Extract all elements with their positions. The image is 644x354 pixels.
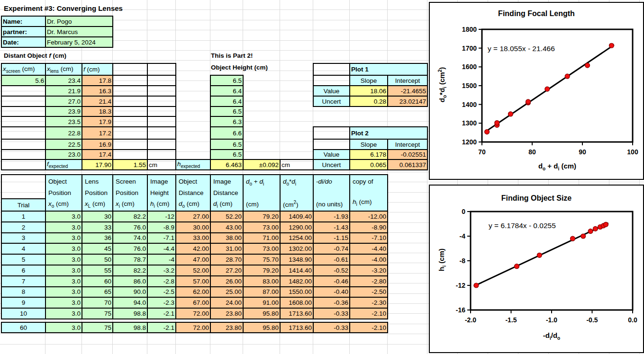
cell[interactable] (113, 75, 147, 86)
cell-hi-copy[interactable]: -2.50 (350, 287, 388, 298)
cell-x-lens[interactable]: 23.5 (45, 116, 82, 127)
cell-do[interactable]: 27.00 (176, 211, 210, 222)
cell-f[interactable]: 16.3 (82, 86, 113, 96)
cell-trial[interactable]: 8 (1, 287, 45, 298)
cell-hi[interactable]: -8.9 (147, 222, 176, 233)
cell-hi-copy[interactable]: -4.40 (350, 243, 388, 254)
cell[interactable] (113, 116, 147, 127)
cell-di-over-do[interactable]: -1.43 (313, 222, 350, 233)
cell-xi[interactable]: 78.7 (113, 254, 147, 265)
cell[interactable] (147, 63, 176, 75)
column-header[interactable]: f (cm) (82, 63, 113, 75)
cell-x-lens[interactable]: 23.0 (45, 150, 82, 159)
column-header[interactable]: Image Distancedi (cm) (210, 175, 243, 211)
cell-hi[interactable]: -2.1 (147, 322, 176, 333)
column-header[interactable]: -di/do(no units) (313, 175, 350, 211)
cell-di-over-do[interactable]: -0.61 (313, 254, 350, 265)
cell-do[interactable]: 42.00 (176, 243, 210, 254)
cell-x-screen[interactable] (1, 96, 45, 106)
cell-xo[interactable]: 3.0 (45, 254, 82, 265)
cell-di-over-do[interactable]: -0.74 (313, 243, 350, 254)
cell-xo[interactable]: 3.0 (45, 322, 82, 333)
cell-xL[interactable]: 30 (82, 211, 113, 222)
part2-section-title[interactable]: This is Part 2! (211, 52, 253, 59)
cell-object-height[interactable]: 6.3 (210, 116, 243, 127)
cell-do-times-di[interactable]: 1290.00 (280, 222, 313, 233)
cell-hi[interactable]: -2.1 (147, 308, 176, 319)
info-label[interactable]: Name: (1, 16, 45, 27)
slope-header[interactable]: Slope (350, 75, 388, 86)
cell-trial[interactable]: 6 (1, 265, 45, 276)
cell-xi[interactable]: 74.0 (113, 233, 147, 244)
cell-di-over-do[interactable]: -0.52 (313, 265, 350, 276)
cell-xi[interactable]: 98.8 (113, 308, 147, 319)
slope-header[interactable]: Slope (350, 139, 388, 150)
cell-di-over-do[interactable]: -1.15 (313, 233, 350, 244)
cell-xL[interactable]: 50 (82, 254, 113, 265)
cell-object-height[interactable]: 6.5 (210, 139, 243, 150)
cell-object-height[interactable]: 6.4 (210, 96, 243, 106)
cell-hi-copy[interactable]: -2.30 (350, 297, 388, 308)
cell-do-plus-di[interactable]: 91.00 (243, 297, 280, 308)
cell-di[interactable]: 27.20 (210, 265, 243, 276)
cell-x-screen[interactable] (1, 150, 45, 159)
cell-x-lens[interactable]: 23.9 (45, 106, 82, 116)
cell-do-times-di[interactable]: 1302.00 (280, 243, 313, 254)
cell[interactable] (113, 127, 147, 139)
column-header[interactable]: do*di(cm2) (280, 175, 313, 211)
column-header[interactable]: Object Distancedo (cm) (176, 175, 210, 211)
cell[interactable] (1, 159, 45, 170)
f-expected-unit[interactable]: cm (147, 159, 176, 170)
cell-object-height[interactable]: 6.5 (210, 150, 243, 159)
cell[interactable] (313, 63, 350, 75)
h-expected-label[interactable]: hexpected (176, 159, 210, 170)
info-label[interactable]: Date: (1, 37, 45, 47)
stats-title[interactable]: Plot 2 (350, 127, 427, 139)
column-header[interactable]: xlens (cm) (45, 63, 82, 75)
cell-di[interactable]: 25.00 (210, 287, 243, 298)
cell-di[interactable]: 26.00 (210, 276, 243, 287)
cell-di[interactable]: 23.80 (210, 322, 243, 333)
cell[interactable] (113, 106, 147, 116)
cell[interactable] (1, 175, 45, 199)
cell-do-times-di[interactable]: 1414.40 (280, 265, 313, 276)
cell-di[interactable]: 38.00 (210, 233, 243, 244)
cell[interactable] (147, 106, 176, 116)
cell-xi[interactable]: 98.8 (113, 322, 147, 333)
chart-finding-focal-length[interactable]: 1200130014001500160017001800708090100 Fi… (429, 2, 644, 180)
cell-do[interactable]: 72.00 (176, 322, 210, 333)
cell-x-screen[interactable] (1, 116, 45, 127)
cell-hi-copy[interactable]: -12.00 (350, 211, 388, 222)
cell-f[interactable]: 16.9 (82, 139, 113, 150)
cell-x-lens[interactable]: 22.5 (45, 139, 82, 150)
cell-trial[interactable]: 1 (1, 211, 45, 222)
cell-xi[interactable]: 94.0 (113, 297, 147, 308)
cell-do-times-di[interactable]: 1608.00 (280, 297, 313, 308)
stats-row-label[interactable]: Uncert (313, 159, 350, 170)
intercept-header[interactable]: Intercept (388, 139, 427, 150)
cell-trial[interactable]: 7 (1, 276, 45, 287)
distant-object-section-title[interactable]: Distant Object f (cm) (4, 52, 66, 59)
cell-xi[interactable]: 86.0 (113, 276, 147, 287)
cell-do-times-di[interactable]: 1254.00 (280, 233, 313, 244)
f-expected-label[interactable]: fexpected (45, 159, 82, 170)
column-header[interactable]: Image Heighthi (cm) (147, 175, 176, 211)
cell-x-screen[interactable] (1, 127, 45, 139)
cell-hi[interactable]: -4 (147, 254, 176, 265)
cell-do-plus-di[interactable]: 95.80 (243, 322, 280, 333)
slope-cell[interactable]: 0.065 (350, 159, 388, 170)
cell-xL[interactable]: 60 (82, 276, 113, 287)
trial-header[interactable]: Trial (1, 199, 45, 211)
cell-trial[interactable]: 10 (1, 308, 45, 319)
cell[interactable] (147, 86, 176, 96)
cell-xi[interactable]: 82.2 (113, 265, 147, 276)
cell-object-height[interactable]: 6.5 (210, 75, 243, 86)
cell-do-plus-di[interactable]: 71.00 (243, 233, 280, 244)
slope-cell[interactable]: 18.06 (350, 86, 388, 96)
cell-f[interactable]: 17.2 (82, 127, 113, 139)
cell-di[interactable]: 52.20 (210, 211, 243, 222)
cell-f[interactable]: 17.4 (82, 150, 113, 159)
cell-xL[interactable]: 33 (82, 222, 113, 233)
cell[interactable] (313, 127, 350, 139)
cell-hi-copy[interactable]: -2.10 (350, 322, 388, 333)
